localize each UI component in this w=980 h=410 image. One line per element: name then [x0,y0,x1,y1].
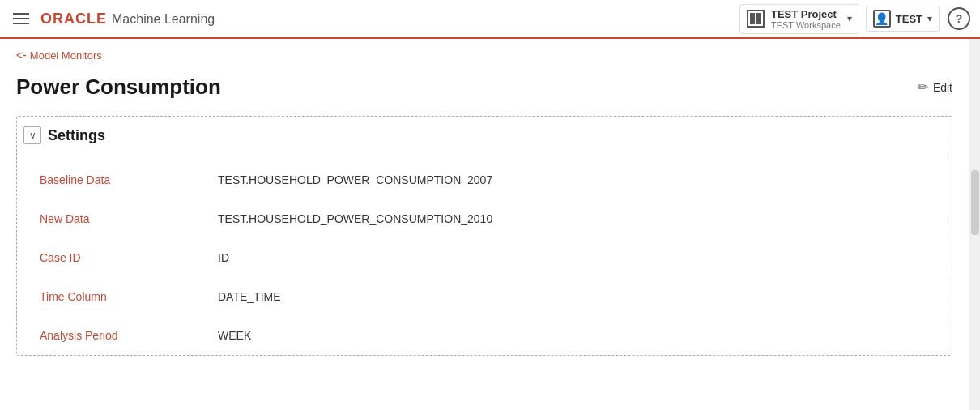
field-row: Time ColumnDATE_TIME [23,277,939,316]
user-menu[interactable]: 👤 TEST ▾ [866,6,940,32]
project-dropdown-icon: ▾ [847,13,852,24]
field-value-case-id: ID [218,251,229,264]
breadcrumb-link[interactable]: Model Monitors [30,49,102,62]
field-value-time-column: DATE_TIME [218,290,281,303]
field-row: Baseline DataTEST.HOUSEHOLD_POWER_CONSUM… [23,160,939,199]
brand-logo: ORACLE Machine Learning [40,11,215,28]
project-icon [747,10,765,28]
user-avatar-icon: 👤 [873,10,891,28]
pencil-icon: ✏ [918,79,928,95]
field-label-case-id: Case ID [40,251,218,264]
main-area: <- Model Monitors Power Consumption ✏ Ed… [0,39,969,410]
scrollbar-track[interactable] [969,39,980,410]
field-value-baseline-data: TEST.HOUSEHOLD_POWER_CONSUMPTION_2007 [218,173,492,186]
collapse-icon: ∨ [29,130,36,141]
page-title-row: Power Consumption ✏ Edit [16,75,952,100]
brand-ml-text: Machine Learning [112,12,215,27]
field-value-analysis-period: WEEK [218,329,251,342]
user-name-label: TEST [896,13,922,25]
page-content: <- Model Monitors Power Consumption ✏ Ed… [0,39,980,410]
edit-button[interactable]: ✏ Edit [918,79,952,95]
field-label-analysis-period: Analysis Period [40,329,218,342]
page-title: Power Consumption [16,75,221,100]
project-workspace: TEST Workspace [771,20,841,30]
settings-section: ∨ Settings Baseline DataTEST.HOUSEHOLD_P… [16,116,952,356]
brand-oracle-text: ORACLE [40,11,107,28]
settings-title: Settings [48,127,105,144]
field-row: New DataTEST.HOUSEHOLD_POWER_CONSUMPTION… [23,199,939,238]
header-left: ORACLE Machine Learning [10,10,739,28]
project-info: TEST Project TEST Workspace [771,8,841,30]
settings-fields: Baseline DataTEST.HOUSEHOLD_POWER_CONSUM… [23,160,939,355]
field-label-baseline-data: Baseline Data [40,173,218,186]
breadcrumb-arrow-icon: <- [16,49,27,62]
project-name: TEST Project [771,8,841,20]
field-value-new-data: TEST.HOUSEHOLD_POWER_CONSUMPTION_2010 [218,212,492,225]
help-button[interactable]: ? [948,7,970,30]
collapse-button[interactable]: ∨ [23,126,41,144]
app-header: ORACLE Machine Learning TEST Project TES… [0,0,980,39]
field-label-time-column: Time Column [40,290,218,303]
breadcrumb[interactable]: <- Model Monitors [16,49,952,62]
header-right: TEST Project TEST Workspace ▾ 👤 TEST ▾ ? [739,4,970,34]
project-selector[interactable]: TEST Project TEST Workspace ▾ [739,4,859,34]
field-row: Analysis PeriodWEEK [23,316,939,355]
menu-toggle-button[interactable] [10,10,32,28]
settings-header: ∨ Settings [23,126,939,144]
field-row: Case IDID [23,238,939,277]
scrollbar-thumb[interactable] [971,170,979,235]
field-label-new-data: New Data [40,212,218,225]
edit-label: Edit [933,81,952,94]
user-dropdown-icon: ▾ [927,13,932,24]
